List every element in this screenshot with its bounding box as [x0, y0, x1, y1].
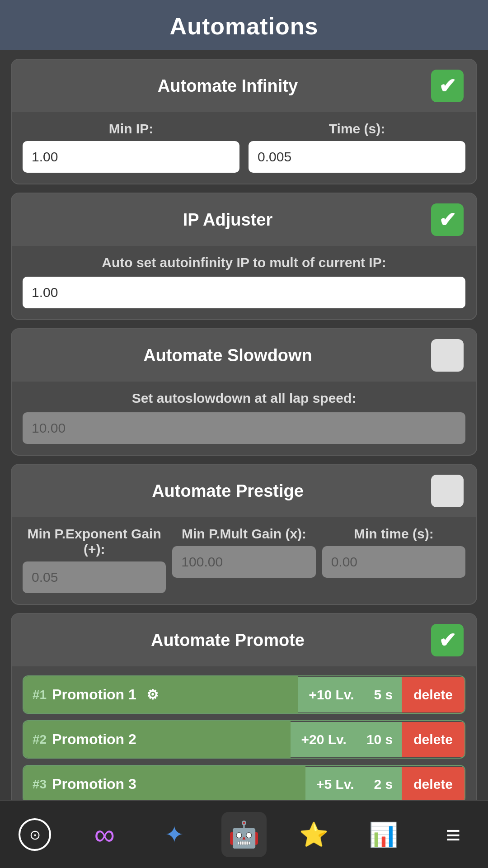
promo-lv-2: +20 Lv.	[291, 722, 357, 757]
nav-target[interactable]: ⊙	[12, 812, 57, 857]
min-time-input	[322, 546, 465, 578]
check-icon: ✔	[439, 75, 456, 96]
ip-adjuster-header: IP Adjuster ✔	[12, 193, 476, 246]
ip-adjuster-card: IP Adjuster ✔ Auto set autoinfinity IP t…	[11, 193, 477, 320]
automate-infinity-checkbox[interactable]: ✔	[431, 70, 464, 102]
automate-slowdown-checkbox[interactable]	[431, 339, 464, 372]
promo-time-1: 5 s	[365, 677, 402, 712]
mult-gain-input	[172, 546, 315, 578]
promo-lv-1: +10 Lv.	[298, 677, 365, 712]
ip-adjuster-title: IP Adjuster	[24, 210, 431, 230]
nav-chart[interactable]: 📊	[361, 812, 406, 857]
robot-icon: 🤖	[228, 820, 260, 849]
exp-gain-label: Min P.Exponent Gain (+):	[23, 526, 166, 557]
bottom-navigation: ⊙ ∞ ✦ 🤖 ⭐ 📊 ≡	[0, 800, 488, 868]
content-area: Automate Infinity ✔ Min IP: Time (s): IP…	[0, 50, 488, 868]
automate-prestige-body: Min P.Exponent Gain (+): Min P.Mult Gain…	[12, 517, 476, 604]
promo-time-2: 10 s	[357, 722, 402, 757]
slowdown-description: Set autoslowdown at all lap speed:	[23, 391, 465, 406]
promotion-row-2: #2 Promotion 2 +20 Lv. 10 s delete	[23, 720, 465, 759]
time-input[interactable]	[249, 141, 465, 173]
gear-icon[interactable]: ⚙	[146, 687, 159, 703]
promo-name-2: #2 Promotion 2	[23, 721, 291, 758]
ip-adjuster-body: Auto set autoinfinity IP to mult of curr…	[12, 246, 476, 319]
promo-lv-3: +5 Lv.	[305, 767, 365, 802]
prestige-mult-field: Min P.Mult Gain (x):	[172, 526, 315, 593]
delete-button-2[interactable]: delete	[402, 722, 465, 757]
exp-gain-input	[23, 561, 166, 593]
infinity-icon: ∞	[94, 818, 115, 851]
automate-prestige-header: Automate Prestige	[12, 465, 476, 517]
prestige-exp-field: Min P.Exponent Gain (+):	[23, 526, 166, 593]
min-ip-label: Min IP:	[23, 121, 239, 137]
automate-promote-title: Automate Promote	[24, 631, 431, 650]
automate-slowdown-body: Set autoslowdown at all lap speed:	[12, 382, 476, 455]
min-time-label: Min time (s):	[322, 526, 465, 542]
menu-icon: ≡	[446, 820, 460, 849]
automate-promote-checkbox[interactable]: ✔	[431, 624, 464, 656]
mult-gain-label: Min P.Mult Gain (x):	[172, 526, 315, 542]
time-label: Time (s):	[249, 121, 465, 137]
slowdown-input	[23, 412, 465, 444]
min-ip-field: Min IP:	[23, 121, 239, 173]
automate-prestige-title: Automate Prestige	[24, 481, 431, 501]
ip-adjuster-checkbox[interactable]: ✔	[431, 203, 464, 236]
automate-infinity-body: Min IP: Time (s):	[12, 112, 476, 184]
promo-name-1: #1 Promotion 1 ⚙	[23, 676, 298, 713]
target-icon: ⊙	[19, 818, 51, 851]
nav-infinity[interactable]: ∞	[82, 812, 127, 857]
delete-button-1[interactable]: delete	[402, 677, 465, 712]
chart-icon: 📊	[369, 821, 398, 849]
automate-slowdown-header: Automate Slowdown	[12, 329, 476, 382]
automate-promote-header: Automate Promote ✔	[12, 614, 476, 666]
automate-infinity-card: Automate Infinity ✔ Min IP: Time (s):	[11, 59, 477, 184]
automate-infinity-title: Automate Infinity	[24, 76, 431, 96]
automate-prestige-card: Automate Prestige Min P.Exponent Gain (+…	[11, 464, 477, 605]
automate-slowdown-title: Automate Slowdown	[24, 346, 431, 365]
promotion-row-1: #1 Promotion 1 ⚙ +10 Lv. 5 s delete	[23, 675, 465, 714]
time-field: Time (s):	[249, 121, 465, 173]
check-icon: ✔	[439, 209, 456, 230]
nav-dots[interactable]: ✦	[152, 812, 197, 857]
delete-button-3[interactable]: delete	[402, 767, 465, 802]
star-icon: ⭐	[299, 821, 328, 849]
ip-adjuster-description: Auto set autoinfinity IP to mult of curr…	[23, 255, 465, 270]
prestige-inputs: Min P.Exponent Gain (+): Min P.Mult Gain…	[23, 526, 465, 593]
promotion-row-3: #3 Promotion 3 +5 Lv. 2 s delete	[23, 765, 465, 803]
min-ip-input[interactable]	[23, 141, 239, 173]
infinity-inputs: Min IP: Time (s):	[23, 121, 465, 173]
automate-prestige-checkbox[interactable]	[431, 475, 464, 507]
page-title: Automations	[0, 13, 488, 40]
nav-star[interactable]: ⭐	[291, 812, 336, 857]
ip-adjuster-input[interactable]	[23, 277, 465, 308]
automate-infinity-header: Automate Infinity ✔	[12, 60, 476, 112]
promo-time-3: 2 s	[365, 767, 402, 802]
nav-menu[interactable]: ≡	[431, 812, 476, 857]
check-icon: ✔	[439, 630, 456, 651]
nav-robot[interactable]: 🤖	[221, 812, 267, 857]
automate-slowdown-card: Automate Slowdown Set autoslowdown at al…	[11, 328, 477, 456]
dots-icon: ✦	[164, 821, 184, 848]
promo-name-3: #3 Promotion 3	[23, 766, 305, 802]
page-header: Automations	[0, 0, 488, 50]
prestige-time-field: Min time (s):	[322, 526, 465, 593]
